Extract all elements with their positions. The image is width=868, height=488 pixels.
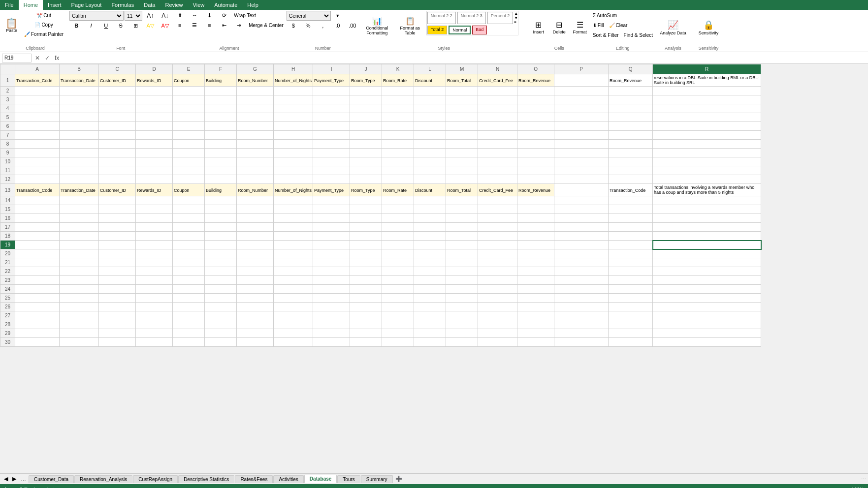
cell[interactable] — [60, 113, 99, 122]
row-header-11[interactable]: 11 — [0, 166, 15, 175]
col-header-Q[interactable]: Q — [609, 64, 653, 74]
cell[interactable] — [446, 95, 478, 104]
cell[interactable] — [350, 329, 382, 338]
cell[interactable] — [99, 241, 136, 249]
cell[interactable] — [173, 294, 205, 303]
cell-P[interactable] — [554, 157, 609, 166]
comma-button[interactable]: , — [316, 22, 330, 30]
cell[interactable] — [414, 149, 446, 157]
cell[interactable] — [60, 267, 99, 276]
cell-P[interactable] — [554, 87, 609, 95]
cell[interactable] — [205, 329, 237, 338]
cell[interactable] — [517, 276, 554, 285]
row-header-14[interactable]: 14 — [0, 196, 15, 205]
cell[interactable] — [237, 175, 274, 184]
cell[interactable] — [173, 338, 205, 347]
cell[interactable] — [205, 249, 237, 258]
cell[interactable] — [60, 249, 99, 258]
cell[interactable] — [517, 113, 554, 122]
cell[interactable] — [205, 311, 237, 320]
cell[interactable] — [478, 285, 517, 294]
cell-R20[interactable] — [653, 249, 761, 258]
cell[interactable] — [382, 140, 414, 149]
cell[interactable] — [99, 205, 136, 214]
align-left-button[interactable]: ≡ — [173, 21, 187, 29]
cell[interactable] — [382, 95, 414, 104]
formula-input[interactable] — [63, 55, 866, 61]
cell[interactable] — [274, 175, 313, 184]
confirm-formula-icon[interactable]: ✓ — [43, 55, 51, 61]
cell[interactable] — [136, 276, 173, 285]
fill-color-button[interactable]: A▽ — [143, 22, 157, 30]
cell[interactable] — [205, 131, 237, 140]
col-header-H[interactable]: H — [274, 64, 313, 74]
cell-Q[interactable] — [609, 311, 653, 320]
cell-R12[interactable] — [653, 175, 761, 184]
cell-Q[interactable] — [609, 329, 653, 338]
percent-button[interactable]: % — [301, 22, 315, 30]
cell[interactable] — [99, 175, 136, 184]
cell[interactable]: Room_Total — [446, 184, 478, 196]
style-total2[interactable]: Total 2 — [427, 26, 448, 34]
cell[interactable] — [237, 232, 274, 241]
align-right-button[interactable]: ≡ — [202, 21, 216, 29]
cell[interactable] — [517, 104, 554, 113]
cell[interactable] — [350, 241, 382, 249]
cell[interactable] — [313, 223, 350, 232]
format-button[interactable]: ☰ Format — [570, 19, 590, 36]
cell[interactable] — [237, 157, 274, 166]
cell[interactable] — [205, 241, 237, 249]
cell[interactable] — [15, 205, 60, 214]
cell-R6[interactable] — [653, 122, 761, 131]
cell[interactable] — [60, 166, 99, 175]
cell[interactable] — [60, 122, 99, 131]
cell[interactable] — [274, 249, 313, 258]
cell[interactable] — [99, 223, 136, 232]
cell[interactable] — [414, 131, 446, 140]
sheet-tab-reservation-analysis[interactable]: Reservation_Analysis — [74, 475, 132, 483]
cell[interactable] — [313, 241, 350, 249]
cell[interactable] — [136, 285, 173, 294]
cell-Q[interactable] — [609, 294, 653, 303]
cell[interactable] — [274, 157, 313, 166]
cell[interactable] — [446, 149, 478, 157]
cell[interactable] — [478, 214, 517, 223]
cell[interactable] — [446, 285, 478, 294]
cell[interactable] — [99, 87, 136, 95]
cell[interactable] — [414, 214, 446, 223]
cell[interactable] — [350, 303, 382, 311]
cell[interactable] — [60, 241, 99, 249]
row-header-27[interactable]: 27 — [0, 311, 15, 320]
sheet-tab-rates-fees[interactable]: Rates&Fees — [235, 475, 273, 483]
cell[interactable] — [478, 276, 517, 285]
cell-P[interactable] — [554, 140, 609, 149]
cell[interactable] — [136, 87, 173, 95]
cell-Q[interactable] — [609, 104, 653, 113]
col-header-L[interactable]: L — [414, 64, 446, 74]
cell[interactable] — [173, 320, 205, 329]
cell[interactable] — [205, 223, 237, 232]
cell[interactable] — [99, 258, 136, 267]
cell[interactable] — [382, 276, 414, 285]
cell[interactable] — [478, 267, 517, 276]
cell-R5[interactable] — [653, 113, 761, 122]
row-header-6[interactable]: 6 — [0, 122, 15, 131]
cell[interactable] — [517, 241, 554, 249]
cell[interactable] — [350, 87, 382, 95]
cell[interactable] — [15, 258, 60, 267]
cell[interactable] — [205, 113, 237, 122]
cell[interactable] — [173, 241, 205, 249]
cell[interactable] — [205, 214, 237, 223]
cell[interactable] — [15, 232, 60, 241]
cell[interactable] — [99, 267, 136, 276]
cell[interactable] — [205, 196, 237, 205]
cell[interactable] — [313, 294, 350, 303]
cell-P[interactable] — [554, 74, 609, 87]
row-header-23[interactable]: 23 — [0, 276, 15, 285]
cell[interactable] — [173, 104, 205, 113]
cell-R22[interactable] — [653, 267, 761, 276]
row-header-21[interactable]: 21 — [0, 258, 15, 267]
cell[interactable] — [15, 140, 60, 149]
cell[interactable] — [205, 87, 237, 95]
cell-Q[interactable] — [609, 276, 653, 285]
